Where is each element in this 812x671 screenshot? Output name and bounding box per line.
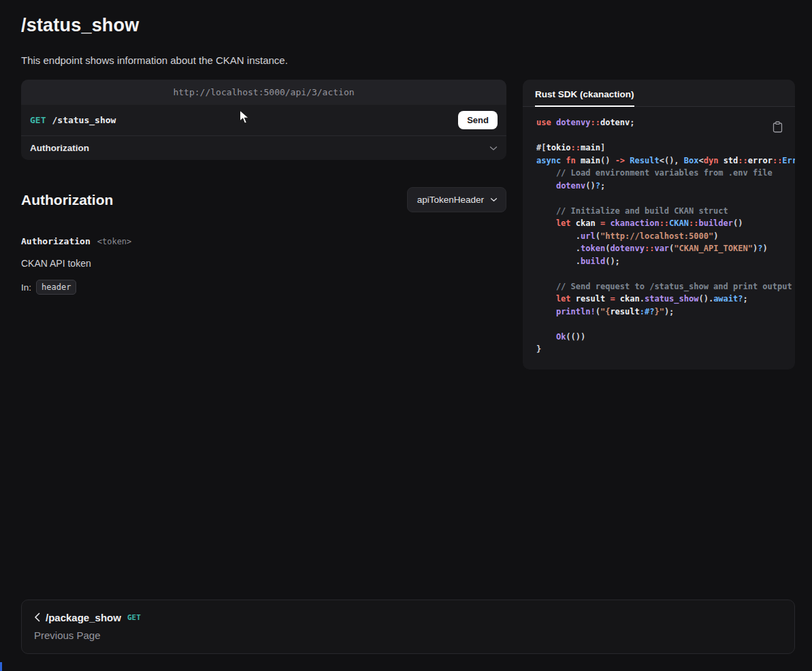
request-test-card: http://localhost:5000/api/3/action GET /… — [21, 80, 506, 160]
send-button[interactable]: Send — [458, 111, 498, 129]
chevron-down-icon[interactable] — [489, 146, 498, 151]
code-line: println!("{result:#?}"); — [536, 306, 795, 318]
code-line: let ckan = ckanaction::CKAN::builder() — [536, 217, 795, 230]
code-line — [536, 318, 795, 331]
copy-to-clipboard-button[interactable] — [773, 121, 783, 135]
auth-scheme-select[interactable]: apiTokenHeader — [407, 187, 506, 212]
chevron-down-icon — [490, 197, 498, 202]
auth-field-description: CKAN API token — [21, 258, 506, 269]
code-line: dotenv()?; — [536, 180, 795, 193]
auth-field-row: Authorization <token> — [21, 236, 506, 246]
chevron-left-icon — [34, 612, 40, 622]
previous-page-path: /package_show — [46, 612, 121, 623]
code-block: use dotenvy::dotenv;#[tokio::main]async … — [523, 107, 795, 370]
page-description: This endpoint shows information about th… — [21, 53, 795, 67]
base-url-bar[interactable]: http://localhost:5000/api/3/action — [21, 80, 506, 105]
code-line: .token(dotenvy::var("CKAN_API_TOKEN")?) — [536, 242, 795, 255]
code-line — [536, 129, 795, 142]
authorization-row-label: Authorization — [30, 143, 89, 153]
code-line: #[tokio::main] — [536, 142, 795, 154]
code-line: .build(); — [536, 255, 795, 268]
previous-page-line: /package_show GET — [34, 612, 782, 623]
code-line — [536, 267, 795, 280]
corner-accent-bar — [0, 662, 2, 671]
in-value-badge: header — [36, 280, 76, 295]
previous-page-label: Previous Page — [34, 629, 782, 641]
in-label: In: — [21, 282, 31, 293]
clipboard-icon — [773, 125, 783, 135]
http-method-badge: GET — [30, 115, 46, 125]
left-column: http://localhost:5000/api/3/action GET /… — [21, 80, 506, 295]
request-path: /status_show — [52, 115, 116, 125]
auth-scheme-selected-value: apiTokenHeader — [417, 195, 484, 205]
code-line: use dotenvy::dotenv; — [536, 116, 795, 129]
code-line: let result = ckan.status_show().await?; — [536, 293, 795, 306]
code-panel-header: Rust SDK (ckanaction) — [523, 80, 795, 107]
request-row: GET /status_show Send — [21, 105, 506, 135]
base-url-text: http://localhost:5000/api/3/action — [173, 87, 354, 97]
page: /status_show This endpoint shows informa… — [0, 0, 812, 654]
authorization-heading: Authorization — [21, 192, 113, 208]
code-line: // Send request to /status_show and prin… — [536, 280, 795, 293]
auth-field-name: Authorization — [21, 236, 91, 246]
previous-page-card[interactable]: /package_show GET Previous Page — [21, 600, 795, 654]
auth-in-row: In: header — [21, 280, 506, 295]
previous-page-method-badge: GET — [127, 613, 141, 622]
code-line: async fn main() -> Result<(), Box<dyn st… — [536, 154, 795, 167]
main-content-row: http://localhost:5000/api/3/action GET /… — [21, 80, 795, 370]
code-line: .url("http://localhost:5000") — [536, 230, 795, 243]
code-line: Ok(()) — [536, 331, 795, 344]
authorization-section-header: Authorization apiTokenHeader — [21, 187, 506, 212]
tab-rust-sdk[interactable]: Rust SDK (ckanaction) — [535, 89, 634, 107]
code-line: // Initialize and build CKAN struct — [536, 205, 795, 218]
page-title: /status_show — [21, 14, 795, 37]
code-sample-panel: Rust SDK (ckanaction) use dotenvy::doten… — [523, 80, 795, 370]
code-line: // Load environment variables from .env … — [536, 167, 795, 180]
code-line: } — [536, 343, 795, 356]
auth-field-type: <token> — [97, 237, 132, 246]
authorization-collapsible-row[interactable]: Authorization — [21, 135, 506, 160]
code-line — [536, 192, 795, 205]
